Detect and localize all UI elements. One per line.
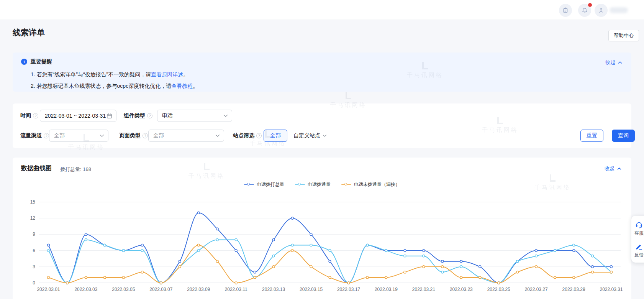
query-button[interactable]: 查询 <box>612 130 635 142</box>
feedback-button[interactable]: 反馈 <box>634 242 644 258</box>
username-blurred[interactable] <box>610 7 628 13</box>
data-point-marker <box>610 266 613 268</box>
legend-label: 电话未拨通量（漏接） <box>354 181 400 188</box>
report-button[interactable] <box>559 4 572 17</box>
clipboard-icon <box>562 7 569 13</box>
line-chart: 036912152022.03.012022.03.032022.03.0520… <box>17 196 626 297</box>
traffic-channel-label: 流量渠道? <box>20 130 49 142</box>
legend-item[interactable]: 电话拨打总量 <box>244 181 284 188</box>
site-all-chip[interactable]: 全部 <box>264 130 287 142</box>
data-point-marker <box>272 266 275 268</box>
data-point-marker <box>610 271 613 273</box>
help-center-button[interactable]: 帮助中心 <box>608 30 639 41</box>
data-point-marker <box>48 250 50 252</box>
notice-text: 1. 若您有“线索详单”与“投放报告”不一致的疑问，请 <box>31 71 151 77</box>
data-point-marker <box>441 266 444 268</box>
data-point-marker <box>66 282 69 284</box>
legend-label: 电话拨通量 <box>308 181 331 188</box>
calendar-icon <box>107 113 112 119</box>
chart-total-calls: 拨打总量: 168 <box>60 166 91 173</box>
bell-icon <box>582 7 588 13</box>
help-icon[interactable]: ? <box>143 133 148 138</box>
help-icon[interactable]: ? <box>147 113 152 118</box>
account-button[interactable] <box>595 4 608 17</box>
data-point-marker <box>122 276 125 279</box>
data-point-marker <box>404 255 406 257</box>
chart-collapse-button[interactable]: 收起 <box>605 165 621 172</box>
page-type-label: 页面类型? <box>119 130 148 142</box>
x-axis-tick: 2022.03.03 <box>74 287 97 292</box>
x-axis-tick: 2022.03.21 <box>412 287 435 292</box>
data-point-marker <box>254 271 256 273</box>
customer-service-button[interactable]: 客服 <box>634 220 644 237</box>
data-point-marker <box>404 250 406 252</box>
custom-site-select[interactable]: 自定义站点 <box>293 130 327 142</box>
data-point-marker <box>141 244 143 246</box>
data-point-marker <box>329 250 331 252</box>
help-icon[interactable]: ? <box>44 133 49 138</box>
data-point-marker <box>197 250 200 252</box>
help-icon[interactable]: ? <box>256 133 262 138</box>
data-point-marker <box>85 233 87 235</box>
floating-toolbar: 客服 反馈 <box>631 216 644 263</box>
page-type-select[interactable]: 全部 <box>148 130 224 142</box>
data-point-marker <box>103 244 106 246</box>
data-point-marker <box>329 260 331 263</box>
reason-detail-link[interactable]: 查看原因详述 <box>151 71 183 77</box>
y-axis-tick: 9 <box>33 232 35 237</box>
data-point-marker <box>85 276 87 279</box>
time-label: 时间? <box>20 110 38 122</box>
component-type-select[interactable]: 电话 <box>157 110 232 122</box>
data-point-marker <box>310 244 312 246</box>
data-point-marker <box>291 217 293 219</box>
data-point-marker <box>122 250 125 252</box>
data-point-marker <box>329 276 331 279</box>
data-point-marker <box>385 276 387 279</box>
component-type-label: 组件类型? <box>124 110 152 122</box>
traffic-channel-select[interactable]: 全部 <box>49 130 108 142</box>
data-point-marker <box>272 255 275 257</box>
app-root: 线索详单 帮助中心 i 重要提醒 1. 若您有“线索详单”与“投放报告”不一致的… <box>0 0 644 299</box>
data-point-marker <box>216 239 218 241</box>
data-point-marker <box>197 244 200 246</box>
data-point-marker <box>535 250 537 252</box>
data-point-marker <box>479 276 481 279</box>
x-axis-tick: 2022.03.19 <box>375 287 398 292</box>
legend-item[interactable]: 电话未拨通量（漏接） <box>341 181 400 188</box>
collapse-label: 收起 <box>605 59 615 66</box>
customer-service-label: 客服 <box>634 230 644 237</box>
page-type-value: 全部 <box>153 132 215 139</box>
chevron-down-icon <box>100 134 104 137</box>
help-icon[interactable]: ? <box>33 113 38 118</box>
chevron-up-icon <box>618 61 622 64</box>
date-range-input[interactable]: 2022-03-01 ~ 2022-03-31 <box>40 110 116 122</box>
notice-text: 。 <box>183 71 188 77</box>
chevron-down-icon <box>223 114 228 117</box>
notice-collapse-button[interactable]: 收起 <box>605 59 622 66</box>
y-axis-tick: 12 <box>30 215 36 221</box>
series-line <box>49 213 611 283</box>
data-point-marker <box>423 255 425 257</box>
data-point-marker <box>573 250 575 252</box>
x-axis-tick: 2022.03.11 <box>225 287 247 292</box>
notice-text: 2. 若您想标记基木鱼线索状态，参与ocpc深度转化优化，请 <box>31 83 171 89</box>
data-point-marker <box>179 260 181 263</box>
legend-item[interactable]: 电话拨通量 <box>295 181 331 188</box>
data-point-marker <box>516 260 519 263</box>
x-axis-tick: 2022.03.23 <box>450 287 473 292</box>
page-title: 线索详单 <box>13 27 45 38</box>
data-point-marker <box>291 250 293 252</box>
data-point-marker <box>48 244 50 246</box>
x-axis-tick: 2022.03.09 <box>187 287 210 292</box>
data-point-marker <box>235 282 237 284</box>
tutorial-link[interactable]: 查看教程 <box>171 83 193 89</box>
chart-panel: 数据曲线图 拨打总量: 168 收起 电话拨打总量电话拨通量电话未拨通量（漏接）… <box>13 158 631 299</box>
chevron-down-icon <box>215 134 220 137</box>
data-point-marker <box>460 260 462 263</box>
notification-button[interactable] <box>578 4 591 17</box>
top-bar <box>0 0 644 20</box>
data-point-marker <box>48 276 50 279</box>
y-axis-tick: 15 <box>30 199 36 205</box>
x-axis-tick: 2022.03.01 <box>37 287 60 292</box>
reset-button[interactable]: 重置 <box>580 130 603 142</box>
